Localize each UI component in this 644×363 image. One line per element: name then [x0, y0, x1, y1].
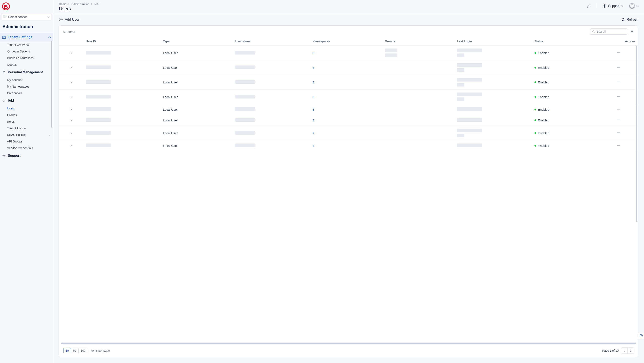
header-actions: Support [587, 3, 638, 9]
help-button[interactable] [638, 332, 644, 339]
cell-userid [83, 104, 160, 115]
service-selector[interactable]: Select service [1, 13, 52, 21]
cell-namespaces[interactable]: 2 [310, 126, 382, 140]
nav-item-public-ip[interactable]: Public IP Addresses [0, 55, 53, 61]
nav-group-header-iam[interactable]: IAM [0, 96, 53, 105]
refresh-button[interactable]: Refresh [621, 18, 638, 22]
cell-status: Enabled [532, 90, 600, 104]
col-userid[interactable]: User ID [83, 38, 160, 46]
col-username[interactable]: User Name [233, 38, 310, 46]
svg-point-26 [618, 82, 618, 82]
nav-item-tenant-overview[interactable]: Tenant Overview [0, 42, 53, 48]
expand-row-button[interactable] [59, 46, 83, 60]
edit-button[interactable] [587, 4, 591, 8]
expand-row-button[interactable] [59, 75, 83, 90]
refresh-icon [621, 18, 625, 22]
row-actions-button[interactable] [600, 75, 638, 90]
cell-namespaces[interactable]: 3 [310, 90, 382, 104]
row-actions-button[interactable] [600, 115, 638, 126]
sidebar-scrollbar[interactable] [51, 33, 52, 363]
nav-item-roles[interactable]: Roles [0, 118, 53, 125]
cell-lastlogin [455, 140, 532, 151]
cell-namespaces[interactable]: 3 [310, 46, 382, 60]
cell-lastlogin [455, 104, 532, 115]
nav-item-service-credentials[interactable]: Service Credentials [0, 145, 53, 151]
cell-namespaces[interactable]: 3 [310, 104, 382, 115]
nav-item-login-options[interactable]: Login Options [0, 48, 53, 55]
nav-group-header-support[interactable]: Support [0, 151, 53, 160]
col-groups[interactable]: Groups [382, 38, 455, 46]
nav-item-my-account[interactable]: My Account [0, 77, 53, 83]
row-actions-button[interactable] [600, 104, 638, 115]
cell-lastlogin [455, 46, 532, 60]
col-namespaces[interactable]: Namespaces [310, 38, 382, 46]
expand-row-button[interactable] [59, 90, 83, 104]
row-actions-button[interactable] [600, 46, 638, 60]
page-size-10[interactable]: 10 [64, 348, 71, 353]
search-icon [592, 30, 595, 33]
nav-group-header-personal[interactable]: Personal Management [0, 68, 53, 77]
horizontal-scrollbar[interactable] [61, 342, 636, 344]
table-settings-button[interactable] [630, 29, 634, 34]
nav-item-groups[interactable]: Groups [0, 112, 53, 118]
search-input-wrap[interactable] [590, 29, 627, 35]
nav-item-api-groups[interactable]: API Groups [0, 138, 53, 145]
expand-row-button[interactable] [59, 140, 83, 151]
page-size-50[interactable]: 50 [71, 348, 78, 353]
support-dropdown[interactable]: Support [603, 4, 623, 8]
cell-namespaces[interactable]: 3 [310, 75, 382, 90]
nav-title: Administration [1, 21, 52, 32]
nav-item-tenant-access[interactable]: Tenant Access [0, 125, 53, 132]
nav-item-my-namespaces[interactable]: My Namespaces [0, 83, 53, 90]
svg-point-17 [592, 31, 594, 32]
nav-item-quotas[interactable]: Quotas [0, 61, 53, 68]
expand-row-button[interactable] [59, 104, 83, 115]
expand-row-button[interactable] [59, 60, 83, 75]
table-scroll[interactable]: User ID Type User Name Namespaces Groups… [59, 38, 638, 341]
next-page-button[interactable] [628, 348, 634, 353]
page-title: Users [59, 6, 100, 12]
account-menu[interactable] [629, 3, 638, 9]
svg-point-23 [618, 67, 618, 68]
nav-group-iam: IAM Users Groups Roles Tenant Access RBA… [0, 96, 53, 151]
svg-rect-3 [4, 7, 6, 7]
add-user-button[interactable]: Add User [59, 18, 80, 22]
user-icon [2, 70, 6, 74]
col-status[interactable]: Status [532, 38, 600, 46]
cell-namespaces[interactable]: 3 [310, 60, 382, 75]
page-size-100[interactable]: 100 [78, 348, 88, 353]
row-actions-button[interactable] [600, 60, 638, 75]
svg-point-10 [3, 100, 4, 101]
nav-item-label: Tenant Access [7, 127, 26, 130]
expand-row-button[interactable] [59, 115, 83, 126]
chevron-right-icon [91, 3, 93, 5]
col-lastlogin[interactable]: Last Login [455, 38, 532, 46]
cell-namespaces[interactable]: 3 [310, 115, 382, 126]
chevron-right-icon [70, 81, 72, 83]
status-dot-icon [534, 96, 536, 98]
cell-namespaces[interactable]: 3 [310, 140, 382, 151]
cell-status: Enabled [532, 126, 600, 140]
row-actions-button[interactable] [600, 90, 638, 104]
row-actions-button[interactable] [600, 126, 638, 140]
prev-page-button[interactable] [621, 348, 628, 353]
row-actions-button[interactable] [600, 140, 638, 151]
nav-item-users[interactable]: Users [0, 105, 53, 112]
col-type[interactable]: Type [160, 38, 233, 46]
nav-item-rbac-policies[interactable]: RBAC Policies [0, 132, 53, 138]
page-size-selector[interactable]: 1050100 [63, 348, 88, 353]
expand-row-button[interactable] [59, 126, 83, 140]
svg-point-20 [618, 52, 618, 53]
search-input[interactable] [596, 30, 626, 33]
chevron-right-icon [70, 132, 72, 134]
table-row: Local User3Enabled [59, 115, 638, 126]
sidebar-nav[interactable]: Tenant Settings Tenant Overview Login Op… [0, 33, 53, 363]
nav-group-header-tenant-settings[interactable]: Tenant Settings [0, 33, 53, 42]
nav-item-label: Service Credentials [7, 146, 33, 150]
svg-point-25 [620, 67, 620, 68]
nav-item-credentials[interactable]: Credentials [0, 90, 53, 96]
col-actions[interactable]: Actions [600, 38, 638, 46]
breadcrumb-home[interactable]: Home [59, 3, 66, 6]
vertical-scrollbar[interactable] [636, 46, 638, 222]
breadcrumb-admin[interactable]: Administration [72, 3, 89, 6]
